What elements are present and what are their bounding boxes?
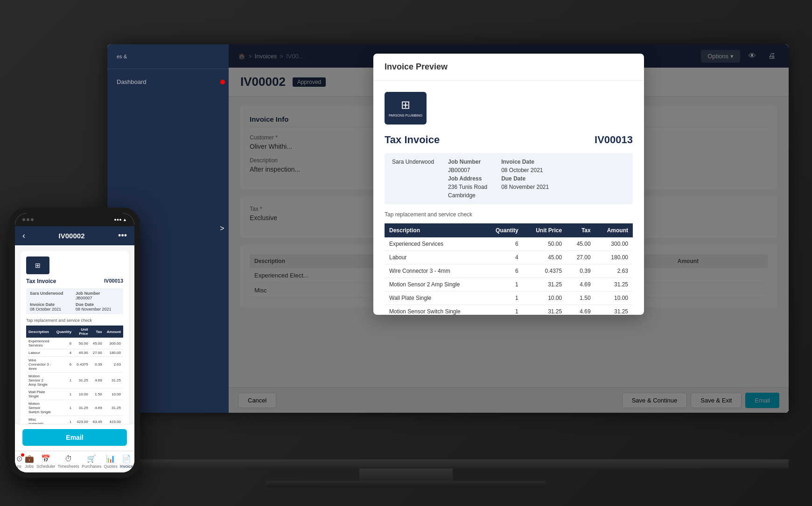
row-description: Wire Connector 3 - 4mm	[385, 264, 483, 278]
due-date-value: 08 November 2021	[501, 184, 549, 190]
job-address-line1: 236 Tunis Road	[448, 184, 487, 190]
table-row: Labour 4 45.00 27.00 180.00	[385, 251, 633, 264]
phone-nav-invoice[interactable]: 📄 Invoice	[120, 454, 133, 469]
row-price: 0.4375	[523, 264, 567, 278]
invoice-date-label: Invoice Date	[501, 159, 549, 165]
phone-more-button[interactable]: •••	[118, 231, 127, 241]
phone-row-qty: 4	[54, 349, 74, 357]
row-amount: 2.63	[595, 264, 633, 278]
phone-row-amount: 31.25	[105, 400, 123, 416]
row-description: Labour	[385, 251, 483, 264]
phone-invoice-title: Tax Invoice	[26, 278, 56, 284]
preview-col-qty: Quantity	[483, 223, 523, 237]
status-dots	[22, 218, 34, 221]
phone-row-tax: 4.69	[91, 373, 105, 388]
preview-col-description: Description	[385, 223, 483, 237]
invoice-icon: 📄	[122, 454, 131, 463]
row-tax: 45.00	[567, 237, 595, 251]
row-tax: 4.69	[567, 305, 595, 315]
sidebar-collapse-arrow[interactable]: >	[216, 222, 229, 235]
phone-row-qty: 6	[54, 338, 74, 349]
phone-row-desc: Experienced Services	[26, 338, 54, 349]
phone-row-price: 31.25	[74, 373, 91, 388]
invoice-description: Tap replacement and service check	[385, 211, 633, 218]
phone-row-amount: 423.00	[105, 416, 123, 424]
phone-nav-timesheets[interactable]: ⏱ Timesheets	[58, 455, 79, 469]
invoice-preview-modal: Invoice Preview ⊞ PARSONS PLUMBING Tax	[373, 54, 644, 315]
phone-row-tax: 63.45	[91, 416, 105, 424]
phone-row-qty: 1	[54, 373, 74, 388]
phone-row-price: 31.25	[74, 400, 91, 416]
dot-3	[31, 218, 34, 221]
laptop-bottom	[107, 459, 789, 469]
phone-nav-ns[interactable]: ⊙ ns	[16, 454, 22, 469]
table-row: Wall Plate Single 1 10.00 1.50 10.00	[385, 291, 633, 305]
row-description: Experienced Services	[385, 237, 483, 251]
job-number-value: JB00007	[448, 167, 487, 173]
phone-row-amount: 2.63	[105, 357, 123, 373]
dot-2	[27, 218, 29, 221]
phone-row-price: 10.00	[74, 388, 91, 400]
phone-row-tax: 1.50	[91, 388, 105, 400]
phone-row-desc: Wire Connector 3 - 4mm	[26, 357, 54, 373]
sidebar-menu: Dashboard	[107, 69, 229, 95]
row-description: Motion Sensor Switch Single	[385, 305, 483, 315]
phone-row-qty: 6	[54, 357, 74, 373]
phone-content: ⊞ Tax Invoice IV00013 Sara Underwood Job…	[15, 245, 134, 424]
phone-email-button[interactable]: Email	[22, 429, 127, 446]
phone-row-tax: 4.69	[91, 400, 105, 416]
phone-row-amount: 300.00	[105, 338, 123, 349]
phone-nav-scheduler[interactable]: 📅 Scheduler	[36, 454, 56, 469]
row-qty: 1	[483, 278, 523, 291]
scheduler-icon: 📅	[41, 454, 50, 463]
phone-footer: Email	[15, 424, 134, 451]
phone-nav-jobs[interactable]: 💼 Jobs	[25, 454, 34, 469]
phone-table-row: Labour 4 45.00 27.00 180.00	[26, 349, 123, 357]
modal-overlay: Invoice Preview ⊞ PARSONS PLUMBING Tax	[229, 44, 789, 413]
phone-table-row: Wire Connector 3 - 4mm 6 0.4375 0.39 2.6…	[26, 357, 123, 373]
phone-row-qty: 1	[54, 388, 74, 400]
phone-row-price: 423.00	[74, 416, 91, 424]
phone-invoice-title-row: Tax Invoice IV00013	[26, 278, 123, 284]
phone-row-price: 0.4375	[74, 357, 91, 373]
row-tax: 4.69	[567, 278, 595, 291]
phone-invoice-desc: Tap replacement and service check	[26, 318, 123, 323]
row-tax: 0.39	[567, 264, 595, 278]
due-date-label: Due Date	[501, 175, 549, 182]
phone-nav-purchases[interactable]: 🛒 Purchases	[82, 454, 102, 469]
phone-table-row: Misc materials 1 423.00 63.45 423.00	[26, 416, 123, 424]
jobs-icon: 💼	[25, 454, 34, 463]
phone-nav-quotes[interactable]: 📊 Quotes	[104, 454, 118, 469]
phone-date-info: Invoice Date 08 October 2021	[30, 302, 74, 312]
phone-table-row: Motion Sensor 2 Amp Single 1 31.25 4.69 …	[26, 373, 123, 388]
phone-job-info: Job Number JB00007	[76, 291, 119, 300]
row-amount: 180.00	[595, 251, 633, 264]
phone-col-qty: Quantity	[54, 326, 74, 338]
sidebar-item-1: es &	[117, 54, 219, 59]
phone-back-button[interactable]: ‹	[22, 231, 25, 241]
phone-row-price: 45.00	[74, 349, 91, 357]
row-amount: 10.00	[595, 291, 633, 305]
table-row: Motion Sensor 2 Amp Single 1 31.25 4.69 …	[385, 278, 633, 291]
phone-row-amount: 10.00	[105, 388, 123, 400]
nav-notification-dot	[21, 453, 24, 457]
sidebar-item-dashboard[interactable]: Dashboard	[107, 74, 229, 90]
row-qty: 6	[483, 264, 523, 278]
phone-title: IV00002	[59, 232, 85, 240]
preview-col-price: Unit Price	[523, 223, 567, 237]
quotes-label: Quotes	[104, 464, 118, 469]
row-description: Motion Sensor 2 Amp Single	[385, 278, 483, 291]
phone-col-desc: Description	[26, 326, 54, 338]
logo-icon: ⊞	[401, 98, 410, 111]
phone-nav: ⊙ ns 💼 Jobs 📅 Scheduler ⏱ Timesheets 🛒 P…	[15, 451, 134, 472]
phone-row-tax: 45.00	[91, 338, 105, 349]
purchases-icon: 🛒	[87, 454, 96, 463]
dot-1	[22, 218, 25, 221]
preview-col-tax: Tax	[567, 223, 595, 237]
phone-invoice-number: IV00013	[104, 278, 123, 284]
phone-mockup: ●●● ▲ ‹ IV00002 ••• ⊞ Tax Invoice IV0001…	[9, 208, 140, 478]
row-qty: 1	[483, 305, 523, 315]
invoice-doc-title: Tax Invoice	[385, 134, 440, 146]
sidebar-logo: es &	[107, 44, 229, 69]
company-logo: ⊞ PARSONS PLUMBING	[385, 92, 427, 125]
